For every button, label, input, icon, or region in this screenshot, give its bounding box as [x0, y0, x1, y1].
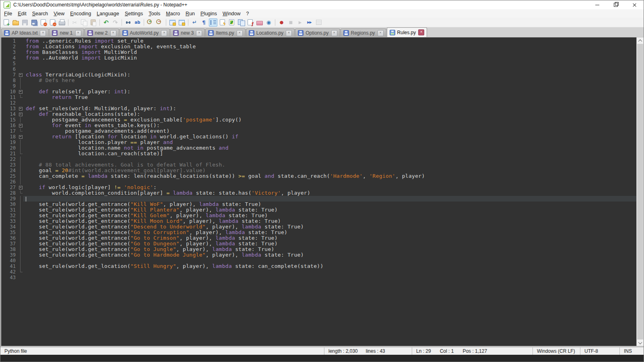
- line-number[interactable]: 22: [1, 156, 18, 162]
- tab-rules-py[interactable]: Rules.py: [387, 27, 427, 37]
- title-bar[interactable]: C:\Users\Dood\Documents\tmp\Archipelago\…: [0, 0, 644, 9]
- tab-regions-py[interactable]: Regions.py: [341, 29, 386, 37]
- line-number[interactable]: 24: [1, 168, 18, 173]
- tab-options-py[interactable]: Options.py: [295, 29, 340, 37]
- fold-marker[interactable]: [18, 235, 23, 241]
- fold-marker[interactable]: [18, 241, 23, 247]
- fold-marker[interactable]: [18, 66, 23, 72]
- menu-search[interactable]: Search: [29, 10, 51, 17]
- fold-marker[interactable]: [18, 269, 23, 275]
- code-line-text[interactable]: location.player == player and: [23, 140, 636, 145]
- fold-marker[interactable]: [18, 117, 23, 123]
- code-line-text[interactable]: [23, 275, 636, 280]
- code-pane[interactable]: 1 from ..generic.Rules import set_rule 2…: [1, 37, 636, 346]
- scrollbar-thumb[interactable]: [637, 44, 643, 339]
- document-map-icon[interactable]: [227, 19, 236, 27]
- new-file-icon[interactable]: [2, 19, 10, 27]
- document-list-icon[interactable]: [237, 19, 245, 27]
- fold-marker[interactable]: [18, 275, 23, 280]
- line-number[interactable]: 1: [1, 38, 18, 44]
- fold-marker[interactable]: [18, 111, 23, 117]
- redo-icon[interactable]: [111, 19, 120, 27]
- tab-new-1[interactable]: new 1: [49, 29, 84, 37]
- line-number[interactable]: 40: [1, 258, 18, 263]
- code-line-text[interactable]: from ..AutoWorld import LogicMixin: [23, 55, 636, 61]
- line-number[interactable]: 39: [1, 252, 18, 258]
- line-number[interactable]: 5: [1, 61, 18, 66]
- fold-marker[interactable]: [18, 106, 23, 111]
- tab-close-icon[interactable]: [331, 30, 337, 36]
- macro-run-multiple-icon[interactable]: [305, 19, 314, 27]
- fold-marker[interactable]: [18, 230, 23, 235]
- code-line-text[interactable]: set_rule(world.get_location("Still Hungr…: [23, 263, 636, 269]
- tab-close-icon[interactable]: [40, 30, 46, 36]
- line-number[interactable]: 42: [1, 269, 18, 275]
- line-number[interactable]: 31: [1, 207, 18, 213]
- tab-close-icon[interactable]: [418, 29, 424, 35]
- code-line-text[interactable]: goal = 20#int(world.achievement_goal[pla…: [23, 168, 636, 173]
- fold-marker[interactable]: [18, 196, 23, 202]
- code-line-text[interactable]: # 88 total achievements. Goal is to defe…: [23, 162, 636, 168]
- fold-marker[interactable]: [18, 213, 23, 218]
- fold-marker[interactable]: [18, 263, 23, 269]
- fold-marker[interactable]: [18, 38, 23, 44]
- code-line-text[interactable]: postgame_advancements.add(event): [23, 128, 636, 134]
- code-line-text[interactable]: world.completion_condition[player] = lam…: [23, 190, 636, 196]
- line-number[interactable]: 27: [1, 185, 18, 190]
- fold-marker[interactable]: [18, 258, 23, 263]
- zoom-in-icon[interactable]: [146, 19, 155, 27]
- line-number[interactable]: 32: [1, 213, 18, 218]
- code-line-text[interactable]: return True: [23, 95, 636, 100]
- code-line-text[interactable]: [23, 66, 636, 72]
- line-number[interactable]: 17: [1, 128, 18, 134]
- line-number[interactable]: 13: [1, 106, 18, 111]
- line-number[interactable]: 29: [1, 196, 18, 202]
- code-line-text[interactable]: # Defs here: [23, 78, 636, 83]
- word-wrap-icon[interactable]: [190, 19, 199, 27]
- menu-run[interactable]: Run: [183, 10, 198, 17]
- line-number[interactable]: 20: [1, 145, 18, 151]
- line-number[interactable]: 34: [1, 224, 18, 230]
- fold-marker[interactable]: [18, 49, 23, 55]
- tab-close-icon[interactable]: [237, 30, 243, 36]
- sync-horizontal-scroll-icon[interactable]: [178, 19, 186, 27]
- line-number[interactable]: 33: [1, 218, 18, 224]
- open-file-icon[interactable]: [11, 19, 20, 27]
- line-number[interactable]: 15: [1, 117, 18, 123]
- tab-locations-py[interactable]: Locations.py: [246, 29, 295, 37]
- fold-marker[interactable]: [18, 162, 23, 168]
- fold-marker[interactable]: [18, 89, 23, 95]
- line-number[interactable]: 26: [1, 179, 18, 185]
- code-line-text[interactable]: set_rule(world.get_entrance("Kill Moon L…: [23, 218, 636, 224]
- menu-settings[interactable]: Settings: [122, 10, 146, 17]
- line-number[interactable]: 11: [1, 95, 18, 100]
- code-line-text[interactable]: set_rule(world.get_entrance("Kill Plante…: [23, 207, 636, 213]
- close-file-icon[interactable]: [39, 19, 47, 27]
- tab-close-icon[interactable]: [286, 30, 292, 36]
- undo-icon[interactable]: [102, 19, 110, 27]
- code-line-text[interactable]: set_rule(world.get_entrance("Go to Jungl…: [23, 247, 636, 252]
- code-line-text[interactable]: if world.logic[player] != 'nologic':: [23, 185, 636, 190]
- fold-marker[interactable]: [18, 207, 23, 213]
- fold-marker[interactable]: [18, 83, 23, 89]
- line-number[interactable]: 8: [1, 78, 18, 83]
- restore-button[interactable]: [607, 0, 625, 9]
- line-number[interactable]: 28: [1, 190, 18, 196]
- fold-marker[interactable]: [18, 55, 23, 61]
- fold-marker[interactable]: [18, 78, 23, 83]
- tab-close-icon[interactable]: [161, 30, 167, 36]
- tab-close-icon[interactable]: [378, 30, 384, 36]
- code-line-text[interactable]: [23, 83, 636, 89]
- define-language-icon[interactable]: [218, 19, 227, 27]
- line-number[interactable]: 25: [1, 173, 18, 179]
- line-number[interactable]: 10: [1, 89, 18, 95]
- code-line-text[interactable]: set_rule(world.get_entrance("Go to Dunge…: [23, 241, 636, 247]
- fold-marker[interactable]: [18, 61, 23, 66]
- line-number[interactable]: 9: [1, 83, 18, 89]
- function-list-icon[interactable]: [246, 19, 254, 27]
- copy-icon[interactable]: [80, 19, 88, 27]
- fold-marker[interactable]: [18, 140, 23, 145]
- fold-marker[interactable]: [18, 134, 23, 140]
- code-line-text[interactable]: def rule(self, player: int):: [23, 89, 636, 95]
- line-number[interactable]: 43: [1, 275, 18, 280]
